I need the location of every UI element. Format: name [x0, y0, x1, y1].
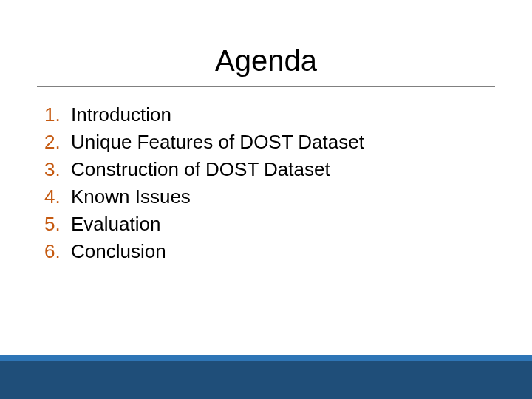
list-item: 2. Unique Features of DOST Dataset	[44, 131, 495, 154]
item-number: 5.	[44, 213, 71, 236]
list-item: 5. Evaluation	[44, 213, 495, 236]
item-number: 6.	[44, 240, 71, 263]
list-item: 1. Introduction	[44, 103, 495, 126]
item-text: Construction of DOST Dataset	[71, 158, 330, 181]
bottom-bar-main-stripe	[0, 361, 532, 399]
list-item: 3. Construction of DOST Dataset	[44, 158, 495, 181]
item-number: 2.	[44, 131, 71, 154]
list-item: 4. Known Issues	[44, 185, 495, 208]
bottom-accent-bar	[0, 355, 532, 399]
item-text: Unique Features of DOST Dataset	[71, 131, 364, 154]
item-number: 3.	[44, 158, 71, 181]
list-item: 6. Conclusion	[44, 240, 495, 263]
item-text: Known Issues	[71, 185, 191, 208]
agenda-list: 1. Introduction 2. Unique Features of DO…	[37, 103, 495, 263]
item-text: Conclusion	[71, 240, 166, 263]
slide-container: Agenda 1. Introduction 2. Unique Feature…	[0, 0, 532, 399]
slide-title: Agenda	[37, 44, 495, 87]
item-text: Evaluation	[71, 213, 160, 236]
item-number: 1.	[44, 103, 71, 126]
item-text: Introduction	[71, 103, 171, 126]
item-number: 4.	[44, 185, 71, 208]
bottom-bar-top-stripe	[0, 355, 532, 361]
